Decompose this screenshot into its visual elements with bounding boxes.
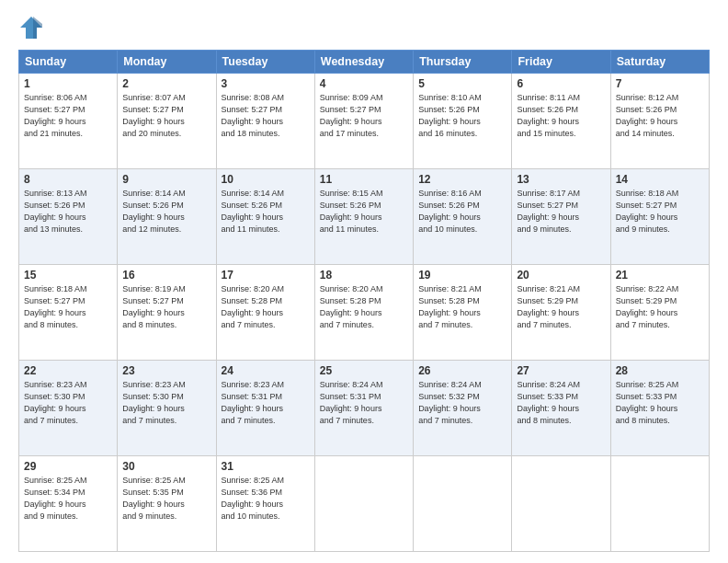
calendar-cell: 21Sunrise: 8:22 AM Sunset: 5:29 PM Dayli…: [610, 265, 709, 361]
day-number: 17: [222, 269, 310, 282]
day-number: 5: [418, 77, 506, 90]
day-info: Sunrise: 8:11 AM Sunset: 5:26 PM Dayligh…: [517, 92, 605, 140]
calendar-cell: 25Sunrise: 8:24 AM Sunset: 5:31 PM Dayli…: [314, 361, 413, 456]
day-info: Sunrise: 8:23 AM Sunset: 5:30 PM Dayligh…: [122, 379, 210, 427]
day-info: Sunrise: 8:21 AM Sunset: 5:29 PM Dayligh…: [517, 283, 605, 331]
day-number: 31: [222, 460, 310, 473]
calendar-cell: 9Sunrise: 8:14 AM Sunset: 5:26 PM Daylig…: [118, 169, 216, 265]
calendar-cell: 30Sunrise: 8:25 AM Sunset: 5:35 PM Dayli…: [118, 456, 216, 552]
day-info: Sunrise: 8:23 AM Sunset: 5:30 PM Dayligh…: [24, 379, 112, 427]
calendar-cell: 6Sunrise: 8:11 AM Sunset: 5:26 PM Daylig…: [512, 74, 610, 169]
svg-marker-1: [33, 17, 42, 39]
logo: [18, 15, 48, 40]
day-number: 29: [24, 460, 112, 473]
calendar-cell: 15Sunrise: 8:18 AM Sunset: 5:27 PM Dayli…: [19, 265, 118, 361]
day-info: Sunrise: 8:25 AM Sunset: 5:35 PM Dayligh…: [122, 475, 210, 523]
calendar-cell: 26Sunrise: 8:24 AM Sunset: 5:32 PM Dayli…: [414, 361, 512, 456]
day-info: Sunrise: 8:18 AM Sunset: 5:27 PM Dayligh…: [616, 188, 704, 236]
day-number: 28: [616, 364, 704, 377]
day-info: Sunrise: 8:23 AM Sunset: 5:31 PM Dayligh…: [222, 379, 310, 427]
calendar-cell: 31Sunrise: 8:25 AM Sunset: 5:36 PM Dayli…: [216, 456, 314, 552]
calendar-cell: 16Sunrise: 8:19 AM Sunset: 5:27 PM Dayli…: [118, 265, 216, 361]
calendar-cell: 7Sunrise: 8:12 AM Sunset: 5:26 PM Daylig…: [610, 74, 709, 169]
col-header-tuesday: Tuesday: [216, 51, 314, 74]
day-number: 7: [616, 77, 704, 90]
day-info: Sunrise: 8:10 AM Sunset: 5:26 PM Dayligh…: [418, 92, 506, 140]
day-number: 6: [517, 77, 605, 90]
day-info: Sunrise: 8:24 AM Sunset: 5:33 PM Dayligh…: [517, 379, 605, 427]
calendar-cell: 5Sunrise: 8:10 AM Sunset: 5:26 PM Daylig…: [414, 74, 512, 169]
calendar-cell: 13Sunrise: 8:17 AM Sunset: 5:27 PM Dayli…: [512, 169, 610, 265]
calendar-cell: 4Sunrise: 8:09 AM Sunset: 5:27 PM Daylig…: [314, 74, 413, 169]
col-header-thursday: Thursday: [414, 51, 512, 74]
calendar-cell: [414, 456, 512, 552]
day-info: Sunrise: 8:25 AM Sunset: 5:34 PM Dayligh…: [24, 475, 112, 523]
calendar-cell: 10Sunrise: 8:14 AM Sunset: 5:26 PM Dayli…: [216, 169, 314, 265]
calendar-cell: 29Sunrise: 8:25 AM Sunset: 5:34 PM Dayli…: [19, 456, 118, 552]
calendar-cell: 14Sunrise: 8:18 AM Sunset: 5:27 PM Dayli…: [610, 169, 709, 265]
day-number: 26: [418, 364, 506, 377]
day-info: Sunrise: 8:15 AM Sunset: 5:26 PM Dayligh…: [320, 188, 408, 236]
day-info: Sunrise: 8:19 AM Sunset: 5:27 PM Dayligh…: [122, 283, 210, 331]
calendar-table: SundayMondayTuesdayWednesdayThursdayFrid…: [18, 50, 710, 552]
day-number: 3: [222, 77, 310, 90]
day-number: 25: [320, 364, 408, 377]
day-info: Sunrise: 8:08 AM Sunset: 5:27 PM Dayligh…: [222, 92, 310, 140]
calendar-cell: 1Sunrise: 8:06 AM Sunset: 5:27 PM Daylig…: [19, 74, 118, 169]
day-number: 2: [122, 77, 210, 90]
calendar-cell: 24Sunrise: 8:23 AM Sunset: 5:31 PM Dayli…: [216, 361, 314, 456]
col-header-sunday: Sunday: [19, 51, 118, 74]
calendar-cell: 3Sunrise: 8:08 AM Sunset: 5:27 PM Daylig…: [216, 74, 314, 169]
day-info: Sunrise: 8:20 AM Sunset: 5:28 PM Dayligh…: [320, 283, 408, 331]
day-info: Sunrise: 8:09 AM Sunset: 5:27 PM Dayligh…: [320, 92, 408, 140]
day-number: 4: [320, 77, 408, 90]
day-number: 27: [517, 364, 605, 377]
day-number: 23: [122, 364, 210, 377]
day-info: Sunrise: 8:18 AM Sunset: 5:27 PM Dayligh…: [24, 283, 112, 331]
day-info: Sunrise: 8:17 AM Sunset: 5:27 PM Dayligh…: [517, 188, 605, 236]
day-info: Sunrise: 8:25 AM Sunset: 5:33 PM Dayligh…: [616, 379, 704, 427]
day-number: 9: [122, 173, 210, 186]
day-info: Sunrise: 8:14 AM Sunset: 5:26 PM Dayligh…: [122, 188, 210, 236]
col-header-monday: Monday: [118, 51, 216, 74]
calendar-cell: 22Sunrise: 8:23 AM Sunset: 5:30 PM Dayli…: [19, 361, 118, 456]
day-number: 10: [222, 173, 310, 186]
calendar-cell: [314, 456, 413, 552]
day-number: 14: [616, 173, 704, 186]
day-number: 12: [418, 173, 506, 186]
calendar-cell: 11Sunrise: 8:15 AM Sunset: 5:26 PM Dayli…: [314, 169, 413, 265]
day-number: 16: [122, 269, 210, 282]
day-info: Sunrise: 8:16 AM Sunset: 5:26 PM Dayligh…: [418, 188, 506, 236]
col-header-friday: Friday: [512, 51, 610, 74]
col-header-saturday: Saturday: [610, 51, 709, 74]
day-number: 8: [24, 173, 112, 186]
day-info: Sunrise: 8:24 AM Sunset: 5:31 PM Dayligh…: [320, 379, 408, 427]
day-number: 11: [320, 173, 408, 186]
calendar-cell: 12Sunrise: 8:16 AM Sunset: 5:26 PM Dayli…: [414, 169, 512, 265]
day-number: 19: [418, 269, 506, 282]
day-number: 21: [616, 269, 704, 282]
day-number: 20: [517, 269, 605, 282]
calendar-cell: 28Sunrise: 8:25 AM Sunset: 5:33 PM Dayli…: [610, 361, 709, 456]
page: SundayMondayTuesdayWednesdayThursdayFrid…: [0, 0, 728, 563]
calendar-cell: 27Sunrise: 8:24 AM Sunset: 5:33 PM Dayli…: [512, 361, 610, 456]
day-number: 30: [122, 460, 210, 473]
day-info: Sunrise: 8:06 AM Sunset: 5:27 PM Dayligh…: [24, 92, 112, 140]
logo-icon: [18, 15, 44, 40]
calendar-cell: 18Sunrise: 8:20 AM Sunset: 5:28 PM Dayli…: [314, 265, 413, 361]
day-number: 1: [24, 77, 112, 90]
header: [18, 15, 710, 40]
calendar-cell: [512, 456, 610, 552]
day-info: Sunrise: 8:12 AM Sunset: 5:26 PM Dayligh…: [616, 92, 704, 140]
day-number: 22: [24, 364, 112, 377]
calendar-cell: 23Sunrise: 8:23 AM Sunset: 5:30 PM Dayli…: [118, 361, 216, 456]
calendar-cell: 19Sunrise: 8:21 AM Sunset: 5:28 PM Dayli…: [414, 265, 512, 361]
day-info: Sunrise: 8:25 AM Sunset: 5:36 PM Dayligh…: [222, 475, 310, 523]
day-number: 15: [24, 269, 112, 282]
day-info: Sunrise: 8:07 AM Sunset: 5:27 PM Dayligh…: [122, 92, 210, 140]
day-number: 13: [517, 173, 605, 186]
calendar-cell: 2Sunrise: 8:07 AM Sunset: 5:27 PM Daylig…: [118, 74, 216, 169]
day-number: 18: [320, 269, 408, 282]
day-number: 24: [222, 364, 310, 377]
day-info: Sunrise: 8:21 AM Sunset: 5:28 PM Dayligh…: [418, 283, 506, 331]
